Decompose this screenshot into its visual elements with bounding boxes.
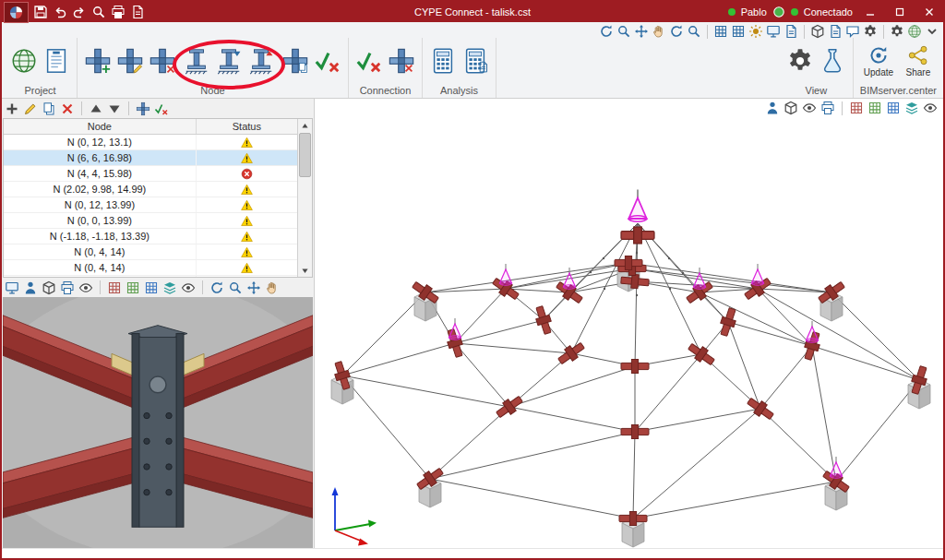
orbit-icon[interactable] [209, 280, 224, 295]
scroll-thumb[interactable] [299, 133, 311, 177]
redo-icon[interactable] [72, 5, 87, 19]
grid-icon[interactable] [886, 101, 901, 115]
sheet-icon[interactable] [828, 24, 843, 39]
options-icon[interactable] [786, 47, 814, 75]
minimize-button[interactable] [858, 3, 882, 21]
table-row[interactable]: N (0, 12, 13.1) [4, 135, 297, 150]
delete-node-button[interactable] [149, 47, 176, 75]
text-style-icon[interactable] [784, 24, 798, 39]
save-icon[interactable] [33, 5, 48, 19]
layers-icon[interactable] [904, 101, 919, 115]
viewport-3d[interactable] [314, 99, 943, 548]
world-icon[interactable] [907, 24, 922, 39]
move-up-button[interactable] [89, 101, 103, 116]
column-header-node[interactable]: Node [4, 119, 197, 134]
copy-button[interactable] [42, 101, 56, 116]
new-node-button[interactable] [84, 47, 112, 75]
share-button[interactable]: Share [901, 44, 936, 77]
section-icon[interactable] [107, 280, 122, 295]
node-cell[interactable]: N (2.02, 9.98, 14.99) [4, 182, 197, 197]
table-row[interactable]: N (6, 6, 16.98) [4, 150, 297, 166]
node-cell[interactable]: N (0, 4, 14) [4, 260, 197, 275]
tools-icon[interactable] [863, 24, 878, 39]
display-grid-icon[interactable] [731, 24, 746, 39]
table-row[interactable]: N (2.02, 9.98, 14.99) [4, 182, 297, 197]
assign-node-button[interactable] [136, 101, 150, 116]
visibility-icon[interactable] [181, 280, 196, 295]
update-button[interactable]: Update [861, 44, 896, 77]
baseplate-button[interactable] [183, 47, 210, 75]
node-cell[interactable]: N (0, 4, 14) [4, 244, 197, 259]
monitor-icon[interactable] [766, 24, 781, 39]
zoom-window-icon[interactable] [616, 24, 631, 39]
check-all-connections-button[interactable] [388, 47, 415, 75]
print-icon[interactable] [60, 280, 75, 295]
frame-icon[interactable] [713, 24, 728, 39]
display-icon[interactable] [5, 280, 19, 295]
close-button[interactable] [917, 3, 941, 21]
figure-icon[interactable] [23, 280, 38, 295]
table-scrollbar[interactable] [297, 119, 312, 277]
edit-node-button[interactable] [116, 47, 144, 75]
titlebar[interactable]: CYPE Connect - talisk.cst Pablo Conectad… [2, 2, 943, 22]
app-logo-icon[interactable] [4, 2, 29, 23]
scroll-down-button[interactable] [298, 264, 312, 277]
node-cell[interactable]: N (0, 12, 13.1) [4, 135, 197, 149]
print-icon[interactable] [111, 5, 126, 19]
print-icon[interactable] [820, 101, 835, 115]
table-row[interactable]: N (0, 4, 14) [4, 260, 297, 276]
node-cell[interactable]: N (4, 4, 15.98) [4, 166, 197, 181]
views-cube-icon[interactable] [810, 24, 825, 39]
orbit-icon[interactable] [599, 24, 614, 39]
column-header-status[interactable]: Status [197, 119, 297, 134]
zoom-window-icon[interactable] [228, 280, 243, 295]
chevron-down-icon[interactable] [925, 24, 939, 39]
check-node-button[interactable] [314, 47, 341, 75]
visibility-icon[interactable] [923, 101, 938, 115]
job-data-icon[interactable] [42, 47, 70, 75]
node-cell[interactable]: N (2.01, 8, 15.01) [4, 276, 197, 277]
move-down-button[interactable] [107, 101, 122, 116]
settings-icon[interactable] [890, 24, 904, 39]
scroll-up-button[interactable] [298, 119, 312, 132]
layers-icon[interactable] [162, 280, 177, 295]
table-row[interactable]: N (4, 4, 15.98) [4, 166, 297, 182]
zoom-extents-icon[interactable] [634, 24, 649, 39]
undo-icon[interactable] [53, 5, 67, 19]
refresh-icon[interactable] [669, 24, 684, 39]
table-row[interactable]: N (-1.18, -1.18, 13.39) [4, 229, 297, 244]
node-cell[interactable]: N (0, 12, 13.99) [4, 197, 197, 212]
node-cell[interactable]: N (6, 6, 16.98) [4, 150, 197, 165]
search-icon[interactable] [91, 5, 106, 19]
maximize-button[interactable] [888, 3, 912, 21]
figure-icon[interactable] [765, 101, 780, 115]
edit-button[interactable] [23, 101, 38, 116]
comment-icon[interactable] [845, 24, 860, 39]
copy-node-button[interactable] [281, 47, 309, 75]
views-icon[interactable] [802, 101, 817, 115]
table-row[interactable]: N (2.01, 8, 15.01) [4, 276, 297, 277]
brightness-icon[interactable] [748, 24, 763, 39]
check-connection-button[interactable] [355, 47, 383, 75]
check-list-button[interactable] [154, 101, 169, 116]
pan-icon[interactable] [265, 280, 280, 295]
connection-preview[interactable] [3, 297, 313, 548]
table-row[interactable]: N (0, 12, 13.99) [4, 197, 297, 213]
search-icon[interactable] [687, 24, 701, 39]
node-cell[interactable]: N (0, 0, 13.99) [4, 213, 197, 228]
delete-button[interactable] [60, 101, 75, 116]
zoom-extents-icon[interactable] [246, 280, 261, 295]
bimserver-icon[interactable] [772, 6, 785, 18]
baseplate-anchors-button[interactable] [247, 47, 275, 75]
analysis-button[interactable] [429, 47, 457, 75]
table-row[interactable]: N (0, 0, 13.99) [4, 213, 297, 229]
baseplate-stiffeners-button[interactable] [215, 47, 243, 75]
grid-icon[interactable] [144, 280, 159, 295]
axonometry-icon[interactable] [784, 101, 798, 115]
table-row[interactable]: N (0, 4, 14) [4, 244, 297, 260]
export-icon[interactable] [130, 5, 145, 19]
views-icon[interactable] [78, 280, 93, 295]
general-data-icon[interactable] [10, 47, 38, 75]
mesh-icon[interactable] [867, 101, 882, 115]
pan-icon[interactable] [652, 24, 666, 39]
